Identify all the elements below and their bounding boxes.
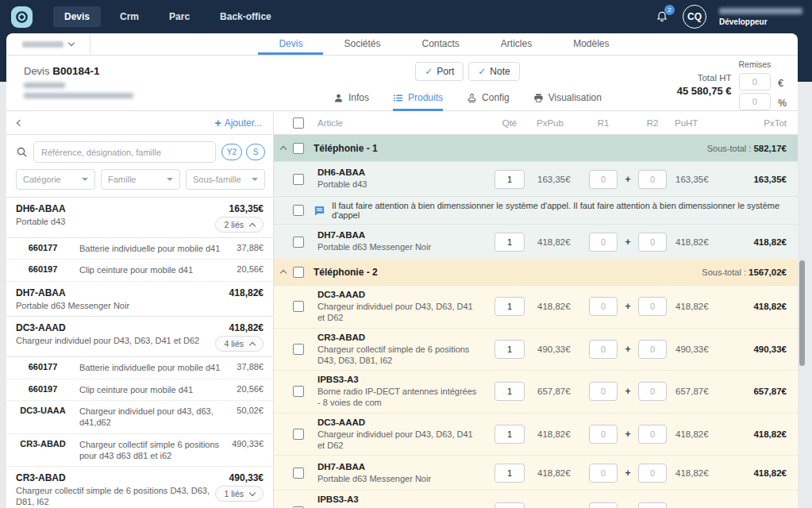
r1-input[interactable]: [589, 233, 618, 252]
catalog-item-desc: Portable d63 Messenger Noir: [16, 301, 229, 312]
vertical-scrollbar[interactable]: [799, 260, 805, 366]
linked-items-toggle[interactable]: 2 liés: [215, 217, 264, 233]
quote-lines-table: Article Qté PxPub R1 R2 PuHT PxTot Télép…: [274, 111, 798, 508]
qty-input[interactable]: [495, 233, 525, 252]
r2-input[interactable]: [638, 382, 667, 401]
r1-input[interactable]: [589, 170, 618, 189]
row-checkbox[interactable]: [293, 174, 304, 185]
select-label: Sous-famille: [193, 175, 241, 184]
quote-line-row: DC3-AAADChargeur individuel pour D43, D6…: [274, 285, 798, 328]
filter-pill-y2[interactable]: Y2: [221, 144, 242, 160]
linked-item-row[interactable]: 660197Clip ceinture pour mobile d4120,56…: [6, 379, 273, 401]
line-desc: Portable d43: [317, 179, 487, 190]
notifications-bell-icon[interactable]: 2: [656, 10, 670, 24]
r1-input[interactable]: [589, 340, 618, 359]
tab-articles[interactable]: Articles: [480, 33, 552, 55]
r1-input[interactable]: [589, 297, 618, 316]
tab-mod-les[interactable]: Modèles: [552, 33, 629, 55]
subtab-produits[interactable]: Produits: [393, 92, 443, 111]
row-checkbox[interactable]: [293, 301, 304, 312]
catalog-item-code: CR3-ABAD: [16, 472, 215, 483]
subtab-infos[interactable]: Infos: [333, 92, 369, 111]
linked-count-label: 1 liés: [224, 489, 244, 498]
row-checkbox[interactable]: [293, 205, 304, 216]
row-checkbox[interactable]: [293, 237, 304, 248]
catalog-item[interactable]: DC3-AAAD418,82€Chargeur individuel pour …: [6, 317, 273, 357]
qty-input[interactable]: [495, 297, 525, 316]
group-checkbox[interactable]: [293, 267, 304, 278]
port-button[interactable]: ✓ Port: [415, 62, 464, 81]
r2-input[interactable]: [638, 340, 667, 359]
linked-item-code: 660177: [6, 362, 79, 371]
r2-input[interactable]: [638, 425, 667, 444]
user-block[interactable]: Développeur: [719, 8, 802, 26]
qty-input[interactable]: [495, 170, 525, 189]
search-input[interactable]: [33, 141, 216, 163]
linked-item-price: 37,88€: [237, 243, 264, 252]
linked-item-code: CR3-ABAD: [6, 439, 79, 448]
group-header-t-l-phonie-2: Téléphonie - 2Sous-total : 1567,02€: [274, 259, 798, 285]
r2-input[interactable]: [638, 233, 667, 252]
catalog-item[interactable]: DH7-ABAA418,82€Portable d63 Messenger No…: [6, 282, 273, 318]
linked-item-row[interactable]: CR3-ABADChargeur collectif simple 6 posi…: [6, 434, 273, 468]
r2-input[interactable]: [638, 170, 667, 189]
note-button[interactable]: ✓ Note: [468, 62, 519, 81]
linked-items-toggle[interactable]: 1 liés: [215, 486, 264, 502]
note-label: Note: [490, 66, 510, 77]
filter-pill-s[interactable]: S: [246, 144, 265, 160]
select-famille[interactable]: Famille: [101, 169, 180, 190]
remise-percent-input[interactable]: [739, 93, 771, 110]
catalog-item[interactable]: DH6-ABAA163,35€Portable d432 liés: [6, 198, 273, 238]
linked-item-code: 660197: [6, 264, 79, 274]
row-checkbox[interactable]: [293, 468, 304, 479]
subtab-visualisation[interactable]: Visualisation: [533, 92, 602, 111]
group-name: Téléphonie - 1: [314, 143, 487, 154]
linked-items-toggle[interactable]: 4 liés: [215, 336, 264, 352]
tab-devis[interactable]: Devis: [258, 33, 323, 55]
remise-amount-input[interactable]: [739, 73, 771, 90]
subtab-config[interactable]: Config: [467, 92, 510, 111]
row-checkbox[interactable]: [293, 386, 304, 397]
linked-item-row[interactable]: 660197Clip ceinture pour mobile d4120,56…: [6, 260, 273, 281]
linked-item-desc: Batterie individuelle pour mobile d41: [79, 362, 237, 373]
row-checkbox[interactable]: [293, 429, 304, 440]
col-article: Article: [314, 118, 487, 128]
qty-input[interactable]: [495, 464, 525, 483]
app-logo-icon[interactable]: [11, 6, 33, 28]
qty-input[interactable]: [495, 382, 525, 401]
nav-item-parc[interactable]: Parc: [158, 6, 201, 27]
nav-item-devis[interactable]: Devis: [53, 6, 101, 27]
group-collapse-icon[interactable]: [280, 270, 287, 276]
r1-input[interactable]: [589, 502, 618, 508]
r2-input[interactable]: [638, 297, 667, 316]
nav-item-back-office[interactable]: Back-office: [209, 6, 283, 27]
tab-contacts[interactable]: Contacts: [401, 33, 479, 55]
company-selector[interactable]: [6, 33, 90, 55]
r1-input[interactable]: [589, 425, 618, 444]
r2-input[interactable]: [638, 464, 667, 483]
select-all-checkbox[interactable]: [293, 117, 304, 129]
line-pxtot: 418,82€: [728, 468, 798, 478]
linked-item-row[interactable]: 660177Batterie individuelle pour mobile …: [6, 238, 273, 260]
line-puht: 418,82€: [671, 237, 728, 247]
qty-input[interactable]: [495, 502, 525, 508]
r1-input[interactable]: [589, 464, 618, 483]
qty-input[interactable]: [495, 425, 525, 444]
group-collapse-icon[interactable]: [280, 146, 287, 152]
linked-item-row[interactable]: 660177Batterie individuelle pour mobile …: [6, 357, 273, 379]
linked-item-row[interactable]: DC3-UAAAChargeur individuel pour d43, d6…: [6, 401, 273, 434]
select-sous-famille[interactable]: Sous-famille: [186, 169, 265, 190]
qty-input[interactable]: [495, 340, 525, 359]
nav-item-crm[interactable]: Crm: [109, 6, 150, 27]
r2-input[interactable]: [638, 502, 667, 508]
line-pxpub: 418,82€: [533, 429, 585, 439]
catalog-item[interactable]: CR3-ABAD490,33€Chargeur collectif simple…: [6, 467, 273, 508]
collapse-panel-icon[interactable]: [17, 119, 23, 125]
select-cat-gorie[interactable]: Catégorie: [16, 169, 95, 190]
row-checkbox[interactable]: [293, 344, 304, 355]
avatar[interactable]: CQ: [683, 5, 706, 29]
add-article-button[interactable]: + Ajouter...: [214, 117, 262, 129]
group-checkbox[interactable]: [293, 143, 304, 154]
tab-soci-t-s[interactable]: Sociétés: [323, 33, 401, 55]
r1-input[interactable]: [589, 382, 618, 401]
